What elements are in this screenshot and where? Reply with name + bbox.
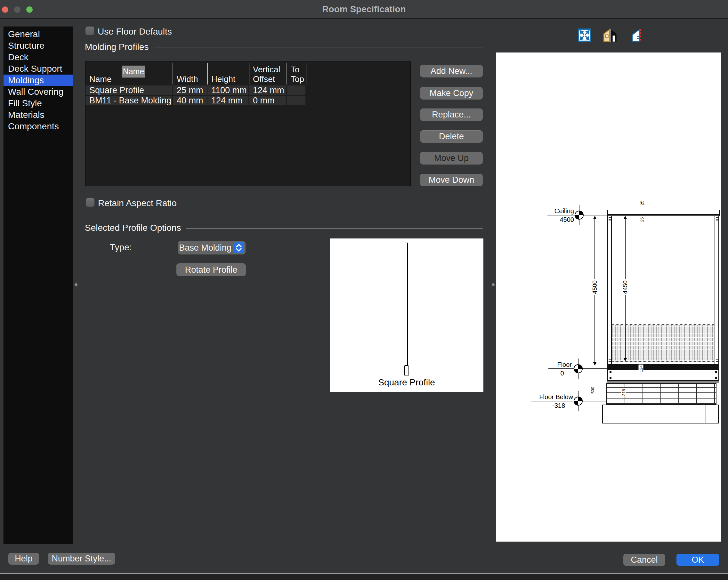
dimension-text-124: 124 [639, 365, 644, 373]
cell-name[interactable]: BM11 - Base Molding [85, 96, 172, 105]
floor-below-datum-label: Floor Below [524, 393, 573, 401]
cell-to-top[interactable] [287, 96, 305, 105]
sidebar-item-moldings[interactable]: Moldings [3, 75, 73, 86]
window-title: Room Specification [0, 0, 728, 18]
dimension-text-4500: 4500 [591, 279, 598, 295]
column-separator [306, 63, 306, 84]
make-copy-button[interactable]: Make Copy [420, 87, 483, 100]
sidebar: General Structure Deck Deck Support Mold… [3, 26, 73, 544]
number-style-button[interactable]: Number Style... [48, 553, 115, 564]
sidebar-item-materials[interactable]: Materials [3, 109, 73, 121]
footing [602, 404, 719, 423]
room-specification-dialog: Room Specification General Structure Dec… [0, 0, 728, 580]
cell-vertical-offset[interactable]: 124 mm [249, 85, 286, 95]
floor-below-datum-marker [571, 388, 585, 414]
arrow-up [624, 216, 627, 219]
window-bottom-shadow [0, 574, 728, 580]
cell-to-top[interactable] [287, 85, 305, 95]
elevation-preview-panel[interactable]: Ceiling 4500 Floor 0 Floor Below -318 45… [496, 52, 721, 542]
preview-splitter-handle[interactable] [492, 283, 495, 286]
column-header-vertical-offset-line2: Offset [253, 74, 280, 84]
move-down-button[interactable]: Move Down [420, 174, 483, 186]
type-dropdown-value: Base Molding [178, 241, 233, 255]
sidebar-item-fill-style[interactable]: Fill Style [3, 98, 73, 109]
floor-datum-label: Floor [534, 361, 572, 368]
cancel-button[interactable]: Cancel [623, 554, 665, 566]
use-floor-defaults-label: Use Floor Defaults [98, 27, 172, 37]
molding-hatch-band [613, 324, 714, 362]
cell-width[interactable]: 25 mm [173, 85, 207, 95]
dimension-text-4450: 4450 [622, 279, 629, 295]
type-label: Type: [110, 242, 132, 253]
rotate-profile-button[interactable]: Rotate Profile [176, 263, 246, 276]
table-row[interactable]: BM11 - Base Molding 40 mm 124 mm 0 mm [85, 96, 305, 105]
profile-shape-base [404, 366, 409, 375]
fill-window-icon[interactable] [578, 28, 592, 43]
ok-button[interactable]: OK [676, 554, 719, 566]
floor-datum-marker [571, 356, 585, 381]
chevron-up-down-icon [233, 242, 244, 253]
sidebar-item-structure[interactable]: Structure [3, 40, 73, 52]
retain-aspect-ratio-checkbox[interactable] [86, 198, 95, 207]
dimension-text-25-ceiling: 25 [640, 217, 645, 222]
name-column-drag-badge[interactable]: Name [122, 65, 145, 77]
dimension-text-318: 318 [621, 388, 626, 397]
help-button[interactable]: Help [8, 553, 39, 564]
floor-framing-band [607, 369, 719, 381]
column-separator [173, 63, 173, 84]
sidebar-item-general[interactable]: General [3, 28, 73, 40]
column-header-to-top-line1: To [291, 65, 304, 74]
sidebar-item-deck[interactable]: Deck [3, 52, 73, 63]
ceiling-datum-marker [572, 202, 586, 228]
sidebar-item-wall-covering[interactable]: Wall Covering [3, 86, 73, 98]
titlebar: Room Specification [0, 0, 728, 19]
column-header-vertical-offset[interactable]: Vertical Offset [253, 65, 280, 84]
cross-section-elevation-icon[interactable] [603, 28, 617, 43]
back-clipped-section-icon[interactable] [630, 28, 644, 43]
left-wall [607, 215, 612, 365]
cell-width[interactable]: 40 mm [173, 96, 207, 105]
ceiling-structure [607, 210, 720, 216]
cell-height[interactable]: 1100 mm [207, 85, 249, 95]
selected-profile-options-heading: Selected Profile Options [85, 223, 181, 233]
delete-button[interactable]: Delete [420, 130, 483, 143]
sidebar-splitter-handle[interactable] [75, 283, 77, 286]
column-header-to-top[interactable]: To Top [291, 65, 304, 84]
cell-vertical-offset[interactable]: 0 mm [249, 96, 286, 105]
floor-datum-value: 0 [556, 370, 569, 377]
right-wall [714, 215, 719, 365]
column-header-vertical-offset-line1: Vertical [253, 65, 280, 74]
arrow-down [624, 358, 627, 361]
floor-below-datum-value: -318 [547, 402, 570, 410]
cell-name[interactable]: Square Profile [85, 85, 172, 95]
add-new-button[interactable]: Add New... [420, 65, 483, 77]
dimension-text-25-top: 25 [640, 200, 645, 206]
replace-button[interactable]: Replace... [420, 108, 483, 121]
move-up-button[interactable]: Move Up [420, 152, 483, 164]
profile-preview-panel: Square Profile [330, 238, 484, 392]
column-separator [249, 63, 250, 84]
sill-band [607, 381, 719, 383]
floor-below-datum-line [531, 401, 606, 401]
column-header-height[interactable]: Height [211, 74, 235, 84]
molding-profiles-table[interactable]: Name Name Width Height Vertical Offset T… [85, 61, 411, 186]
cell-height[interactable]: 124 mm [207, 96, 249, 105]
ceiling-datum-value: 4500 [536, 216, 574, 223]
floor-slab [607, 364, 719, 369]
profile-preview-caption: Square Profile [330, 377, 484, 388]
column-header-name[interactable]: Name [89, 74, 111, 84]
ceiling-datum-label: Ceiling [536, 207, 574, 215]
sidebar-item-components[interactable]: Components [3, 121, 73, 132]
arrow-down [593, 362, 596, 366]
column-header-width[interactable]: Width [177, 74, 198, 84]
molding-profiles-divider [154, 47, 483, 47]
arrow-up [593, 216, 596, 219]
retain-aspect-ratio-label: Retain Aspect Ratio [98, 198, 177, 208]
column-separator [207, 63, 208, 84]
type-dropdown[interactable]: Base Molding [178, 241, 245, 255]
dimension-text-500: 500 [590, 386, 595, 394]
molding-profiles-heading: Molding Profiles [85, 42, 149, 52]
table-row[interactable]: Square Profile 25 mm 1100 mm 124 mm [85, 85, 305, 95]
sidebar-item-deck-support[interactable]: Deck Support [3, 63, 73, 75]
use-floor-defaults-checkbox[interactable] [85, 27, 94, 35]
